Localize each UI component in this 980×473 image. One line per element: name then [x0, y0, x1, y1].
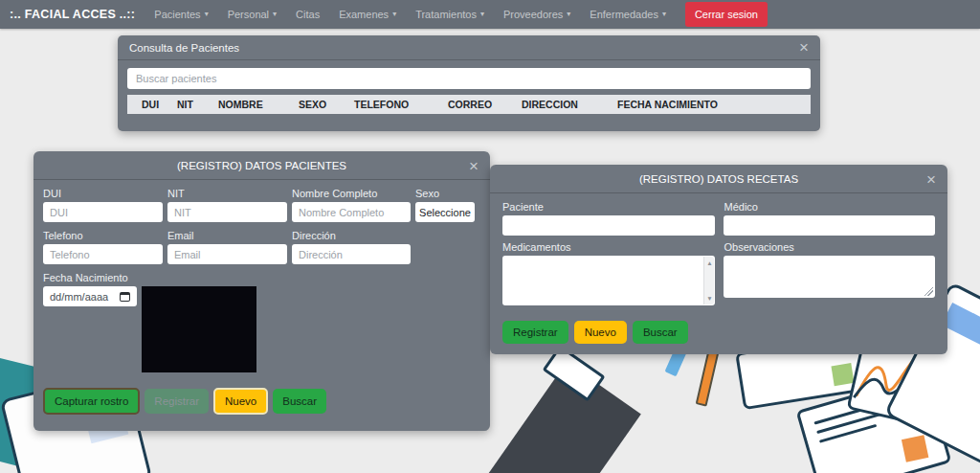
close-icon[interactable]: ×	[469, 158, 479, 174]
direccion-label: Dirección	[292, 230, 411, 241]
brand-title: :.. FACIAL ACCES ..::	[10, 8, 135, 21]
top-navbar: :.. FACIAL ACCES ..:: Pacientes ▾ Person…	[0, 0, 980, 29]
search-pacientes-input[interactable]	[127, 68, 811, 89]
scroll-down-icon[interactable]: ▼	[706, 295, 712, 302]
email-label: Email	[167, 230, 287, 241]
nav-item-label: Examenes	[339, 9, 389, 20]
nav-item-tratamientos[interactable]: Tratamientos ▾	[415, 9, 484, 20]
medico-label: Médico	[724, 201, 935, 213]
telefono-label: Telefono	[43, 230, 163, 241]
dui-label: DUI	[43, 188, 163, 199]
column-header-telefono: TELEFONO	[354, 99, 448, 110]
buscar-button[interactable]: Buscar	[273, 389, 326, 414]
registrar-button[interactable]: Registrar	[502, 321, 568, 344]
consulta-panel-body: DUI NIT NOMBRE SEXO TELEFONO CORREO DIRE…	[118, 60, 820, 114]
nav-item-personal[interactable]: Personal ▾	[228, 9, 277, 20]
column-header-dui: DUI	[142, 99, 177, 110]
nav-item-pacientes[interactable]: Pacientes ▾	[154, 9, 208, 20]
date-placeholder-text: dd/mm/aaaa	[50, 291, 108, 303]
close-icon[interactable]: ×	[799, 39, 809, 56]
registro-pacientes-modal: (REGISTRO) DATOS PACIENTES × DUI NIT Nom…	[33, 151, 490, 431]
email-input[interactable]	[167, 244, 287, 264]
medicamentos-label: Medicamentos	[502, 241, 715, 253]
sexo-label: Sexo	[415, 188, 475, 199]
nombre-completo-input[interactable]	[292, 202, 411, 222]
caret-down-icon: ▾	[205, 11, 209, 18]
registro-pacientes-header: (REGISTRO) DATOS PACIENTES ×	[33, 151, 490, 180]
camera-preview-box	[142, 286, 256, 372]
direccion-input[interactable]	[292, 244, 411, 264]
calendar-icon[interactable]	[120, 292, 130, 302]
telefono-input[interactable]	[43, 244, 163, 264]
nav-item-label: Personal	[228, 9, 269, 20]
paciente-input[interactable]	[502, 215, 715, 236]
pacientes-table-header: DUI NIT NOMBRE SEXO TELEFONO CORREO DIRE…	[127, 95, 811, 114]
nav-item-label: Citas	[296, 9, 320, 20]
column-header-fecha-nacimiento: FECHA NACIMIENTO	[617, 99, 811, 110]
sexo-selected-value: Seleccione	[419, 207, 471, 218]
close-icon[interactable]: ×	[926, 171, 936, 188]
nit-label: NIT	[167, 188, 287, 199]
nav-item-label: Proveedores	[503, 9, 563, 20]
registro-pacientes-title: (REGISTRO) DATOS PACIENTES	[177, 160, 346, 171]
scroll-up-icon[interactable]: ▲	[706, 259, 712, 266]
textarea-scrollbar[interactable]: ▲ ▼	[703, 257, 714, 304]
consulta-panel-title: Consulta de Pacientes	[129, 42, 239, 54]
registro-pacientes-body: DUI NIT Nombre Completo Sexo Seleccione …	[33, 180, 490, 422]
medicamentos-textarea[interactable]	[502, 256, 715, 305]
column-header-correo: CORREO	[448, 99, 522, 110]
caret-down-icon: ▾	[662, 11, 666, 18]
nuevo-button[interactable]: Nuevo	[213, 388, 268, 415]
registro-recetas-title: (REGISTRO) DATOS RECETAS	[639, 173, 798, 185]
consulta-pacientes-panel: Consulta de Pacientes × DUI NIT NOMBRE S…	[118, 35, 820, 131]
paciente-label: Paciente	[502, 201, 715, 213]
registro-recetas-modal: (REGISTRO) DATOS RECETAS × Paciente Médi…	[490, 165, 947, 354]
observaciones-textarea[interactable]	[724, 256, 935, 298]
orange-square-decor	[902, 435, 928, 462]
medico-input[interactable]	[724, 215, 935, 236]
nit-input[interactable]	[167, 202, 287, 222]
column-header-direccion: DIRECCION	[522, 99, 617, 110]
orange-pen-shape	[696, 349, 720, 406]
nav-item-citas[interactable]: Citas	[296, 9, 320, 20]
caret-down-icon: ▾	[480, 11, 484, 18]
sexo-select[interactable]: Seleccione	[415, 202, 475, 222]
nav-item-label: Pacientes	[154, 9, 200, 20]
nav-item-enfermedades[interactable]: Enfermedades ▾	[590, 9, 666, 20]
dui-input[interactable]	[43, 202, 163, 222]
green-square-decor	[831, 363, 854, 386]
nav-item-label: Tratamientos	[415, 9, 477, 20]
caret-down-icon: ▾	[392, 11, 396, 18]
observaciones-label: Observaciones	[724, 241, 935, 253]
nav-item-examenes[interactable]: Examenes ▾	[339, 9, 396, 20]
fecha-nacimiento-label: Fecha Nacimiento	[43, 272, 480, 283]
consulta-panel-header: Consulta de Pacientes ×	[118, 35, 820, 60]
logout-button[interactable]: Cerrar sesion	[685, 2, 768, 27]
registrar-button[interactable]: Registrar	[145, 389, 209, 414]
buscar-button[interactable]: Buscar	[633, 321, 688, 344]
column-header-nit: NIT	[177, 99, 218, 110]
capturar-rostro-button[interactable]: Capturar rostro	[43, 388, 140, 415]
registro-recetas-header: (REGISTRO) DATOS RECETAS ×	[490, 165, 947, 193]
resize-grip[interactable]	[924, 287, 933, 296]
caret-down-icon: ▾	[567, 11, 570, 18]
nuevo-button[interactable]: Nuevo	[574, 321, 627, 344]
nav-item-proveedores[interactable]: Proveedores ▾	[503, 9, 570, 20]
registro-recetas-body: Paciente Médico Medicamentos ▲ ▼	[490, 193, 947, 351]
caret-down-icon: ▾	[273, 11, 277, 18]
nav-item-label: Enfermedades	[590, 9, 658, 20]
fecha-nacimiento-input[interactable]: dd/mm/aaaa	[43, 286, 137, 306]
nombre-completo-label: Nombre Completo	[292, 188, 411, 199]
column-header-sexo: SEXO	[299, 99, 354, 110]
column-header-nombre: NOMBRE	[218, 99, 299, 110]
